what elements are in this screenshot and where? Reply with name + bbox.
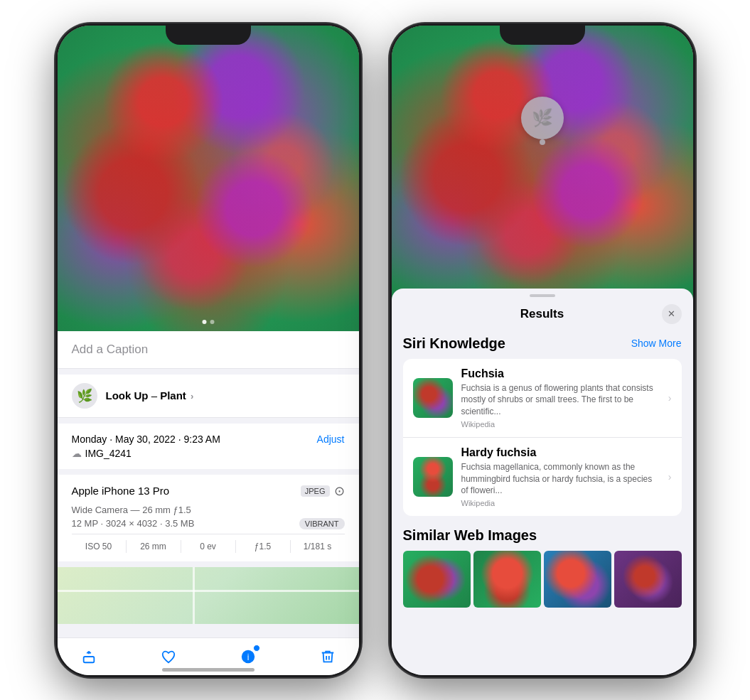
photo-area-2: 🌿 <box>392 26 693 303</box>
format-badges: JPEG ⊙ <box>301 483 345 499</box>
hardy-chevron: › <box>668 471 672 483</box>
hardy-info: Hardy fuchsia Fuchsia magellanica, commo… <box>461 446 660 507</box>
fuchsia-info: Fuchsia Fuchsia is a genus of flowering … <box>461 367 660 429</box>
hardy-source: Wikipedia <box>461 499 660 507</box>
phone-notch-1 <box>166 23 251 45</box>
phone-1: Add a Caption 🌿 Look Up – Plant › Monday… <box>55 23 361 677</box>
similar-title: Similar Web Images <box>403 527 682 544</box>
dot-1 <box>202 320 206 324</box>
phone-1-screen: Add a Caption 🌿 Look Up – Plant › Monday… <box>58 26 359 675</box>
format-badge: JPEG <box>301 485 330 497</box>
results-title: Results <box>520 307 564 321</box>
phone-notch-2 <box>500 23 585 45</box>
similar-section: Similar Web Images <box>403 527 682 608</box>
siri-dot <box>540 139 545 145</box>
hardy-thumbnail <box>413 457 453 497</box>
delete-button[interactable] <box>318 647 338 667</box>
similar-image-1[interactable] <box>403 551 471 608</box>
lookup-label: Look Up – Plant › <box>106 389 194 402</box>
exif-shutter: 1/181 s <box>291 540 345 553</box>
exif-aperture: ƒ1.5 <box>236 540 291 553</box>
similar-image-4[interactable] <box>614 551 682 608</box>
results-header: Results ✕ <box>392 301 693 333</box>
lookup-icon: 🌿 <box>72 383 97 409</box>
exif-row: ISO 50 26 mm 0 ev ƒ1.5 1/181 s <box>72 534 345 553</box>
svg-text:i: i <box>247 652 249 662</box>
fuchsia-thumb-bg <box>413 378 453 418</box>
results-content: Siri Knowledge Show More Fuchsia Fuchsia… <box>392 333 693 675</box>
hardy-description: Fuchsia magellanica, commonly known as t… <box>461 461 660 497</box>
filename-row: ☁ IMG_4241 <box>72 448 345 459</box>
siri-knowledge-title: Siri Knowledge <box>403 335 505 352</box>
results-sheet: Results ✕ Siri Knowledge Show More <box>392 289 693 675</box>
specs-text: 12 MP · 3024 × 4032 · 3.5 MB <box>72 518 195 529</box>
share-button[interactable] <box>79 647 99 667</box>
adjust-button[interactable]: Adjust <box>317 434 345 445</box>
home-indicator-1 <box>162 668 255 672</box>
location-icon: ⊙ <box>334 483 345 499</box>
similar-images-row <box>403 551 682 608</box>
fuchsia-description: Fuchsia is a genus of flowering plants t… <box>461 382 660 418</box>
show-more-button[interactable]: Show More <box>631 338 682 349</box>
info-button[interactable]: i <box>238 647 258 667</box>
lookup-row[interactable]: 🌿 Look Up – Plant › <box>58 375 359 418</box>
leaf-siri-icon: 🌿 <box>532 108 553 128</box>
knowledge-cards: Fuchsia Fuchsia is a genus of flowering … <box>403 359 682 517</box>
fuchsia-chevron: › <box>668 392 672 404</box>
exif-ev: 0 ev <box>181 540 236 553</box>
page-dots-1 <box>202 320 214 324</box>
fuchsia-name: Fuchsia <box>461 367 660 380</box>
map-background <box>58 567 359 624</box>
caption-area[interactable]: Add a Caption <box>58 331 359 369</box>
info-dot <box>253 645 260 652</box>
flower-overlay-2 <box>392 26 693 303</box>
leaf-icon: 🌿 <box>77 388 92 404</box>
similar-image-2[interactable] <box>473 551 541 608</box>
info-panel: Add a Caption 🌿 Look Up – Plant › Monday… <box>58 331 359 637</box>
photo-area-1[interactable] <box>58 26 359 331</box>
hardy-thumb-bg <box>413 457 453 497</box>
phone-2-screen: 🌿 Results ✕ <box>392 26 693 675</box>
vibrant-badge: VIBRANT <box>299 518 345 529</box>
siri-bubble: 🌿 <box>521 97 564 139</box>
map-road-h <box>58 590 359 592</box>
caption-placeholder[interactable]: Add a Caption <box>72 343 149 356</box>
flower-overlay-1 <box>58 26 359 331</box>
device-name: Apple iPhone 13 Pro <box>72 485 170 497</box>
fuchsia-source: Wikipedia <box>461 420 660 429</box>
dot-2 <box>210 320 214 324</box>
map-preview[interactable] <box>58 567 359 624</box>
svg-rect-0 <box>83 657 94 662</box>
meta-section: Monday · May 30, 2022 · 9:23 AM Adjust ☁… <box>58 424 359 469</box>
hardy-fuchsia-card[interactable]: Hardy fuchsia Fuchsia magellanica, commo… <box>403 438 682 516</box>
similar-image-3[interactable] <box>544 551 611 608</box>
phone-2: 🌿 Results ✕ <box>390 23 695 677</box>
fuchsia-card[interactable]: Fuchsia Fuchsia is a genus of flowering … <box>403 359 682 438</box>
filename-text: IMG_4241 <box>85 448 132 459</box>
hardy-name: Hardy fuchsia <box>461 446 660 459</box>
exif-focal: 26 mm <box>127 540 181 553</box>
device-section: Apple iPhone 13 Pro JPEG ⊙ Wide Camera —… <box>58 475 359 561</box>
siri-knowledge-header: Siri Knowledge Show More <box>403 335 682 352</box>
chevron-icon: › <box>191 391 193 402</box>
close-button[interactable]: ✕ <box>662 304 682 324</box>
map-road-v <box>193 567 195 624</box>
exif-iso: ISO 50 <box>72 540 127 553</box>
cloud-icon: ☁ <box>72 448 82 459</box>
photo-date: Monday · May 30, 2022 · 9:23 AM <box>72 434 220 445</box>
favorite-button[interactable] <box>159 647 178 667</box>
specs-row: 12 MP · 3024 × 4032 · 3.5 MB VIBRANT <box>72 518 345 529</box>
sheet-handle <box>530 294 555 297</box>
lens-info: Wide Camera — 26 mm ƒ1.5 <box>72 505 345 515</box>
fuchsia-thumbnail <box>413 378 453 418</box>
